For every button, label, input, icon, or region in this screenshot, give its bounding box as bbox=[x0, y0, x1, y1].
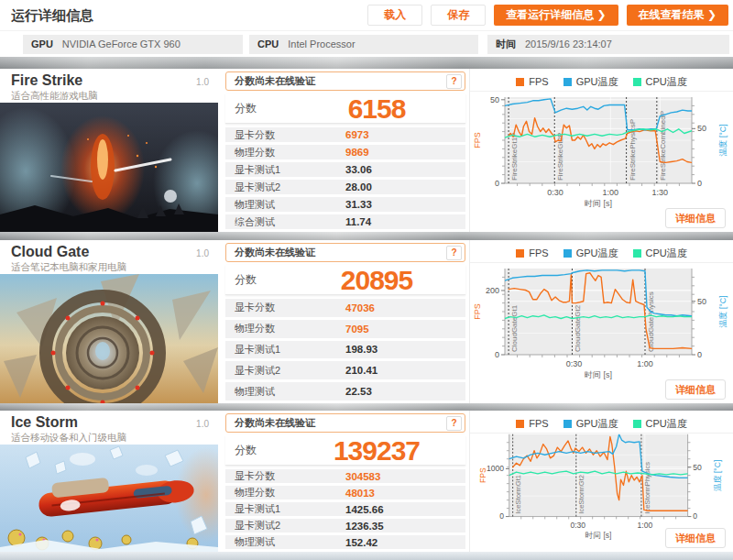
svg-text:温度 [°C]: 温度 [°C] bbox=[718, 124, 728, 157]
legend-label: CPU温度 bbox=[646, 75, 687, 89]
score-row: 物理分数9869 bbox=[225, 145, 465, 159]
cpu-temp-swatch-icon bbox=[633, 420, 641, 428]
view-run-details-button[interactable]: 查看运行详细信息 ❯ bbox=[494, 5, 618, 26]
help-button[interactable]: ? bbox=[446, 416, 462, 431]
svg-text:FireStrikeCombinedP: FireStrikeCombinedP bbox=[659, 111, 667, 181]
view-results-online-button[interactable]: 在线查看结果 ❯ bbox=[627, 5, 728, 26]
svg-text:50: 50 bbox=[697, 124, 706, 133]
score-panel: 分数尚未在线验证 ? 分数 6158 显卡分数6973物理分数9869显卡测试1… bbox=[225, 71, 465, 229]
svg-text:时间 [s]: 时间 [s] bbox=[585, 531, 612, 540]
time-label: 时间 bbox=[496, 38, 516, 49]
validation-banner: 分数尚未在线验证 ? bbox=[225, 413, 465, 433]
score-row-label: 综合测试 bbox=[235, 215, 345, 229]
score-row-value: 198.93 bbox=[345, 344, 465, 355]
chart-legend: FPS GPU温度 CPU温度 bbox=[470, 72, 733, 92]
svg-text:FireStrikeGt1P: FireStrikeGt1P bbox=[510, 133, 519, 181]
score-label: 分数 bbox=[235, 101, 288, 116]
svg-text:1:00: 1:00 bbox=[637, 359, 653, 368]
details-button[interactable]: 详细信息 bbox=[665, 379, 726, 400]
score-row: 显卡分数304583 bbox=[225, 469, 465, 483]
benchmark-info-column: 1.0 Ice Storm 适合移动设备和入门级电脑 bbox=[0, 411, 218, 552]
svg-text:0: 0 bbox=[697, 179, 702, 188]
time-value: 2015/9/16 23:14:07 bbox=[525, 38, 612, 49]
help-button[interactable]: ? bbox=[446, 74, 462, 89]
score-row: 物理分数7095 bbox=[225, 320, 465, 338]
legend-item-fps: FPS bbox=[516, 418, 548, 429]
legend-item-fps: FPS bbox=[516, 247, 548, 258]
score-row-value: 210.41 bbox=[345, 365, 465, 376]
benchmark-card-fire-strike: 1.0 Fire Strike 适合高性能游戏电脑 bbox=[0, 69, 733, 232]
time-field: 时间2015/9/16 23:14:07 bbox=[487, 35, 729, 54]
benchmark-info-column: 1.0 Fire Strike 适合高性能游戏电脑 bbox=[0, 69, 218, 232]
svg-text:0: 0 bbox=[693, 511, 697, 521]
score-row: 物理分数48013 bbox=[225, 486, 465, 500]
benchmark-subtitle: 适合移动设备和入门级电脑 bbox=[11, 432, 209, 445]
score-row-label: 显卡测试1 bbox=[235, 502, 345, 516]
svg-text:CloudGateGt1: CloudGateGt1 bbox=[510, 304, 519, 352]
total-score-value: 20895 bbox=[288, 265, 465, 295]
header-bar: 运行详细信息 载入 保存 查看运行详细信息 ❯ 在线查看结果 ❯ bbox=[0, 0, 733, 30]
benchmark-name: Fire Strike bbox=[11, 72, 209, 89]
score-row-value: 31.33 bbox=[345, 199, 465, 210]
validation-text: 分数尚未在线验证 bbox=[235, 246, 446, 259]
load-button[interactable]: 载入 bbox=[367, 5, 422, 26]
svg-text:0: 0 bbox=[697, 350, 702, 359]
svg-text:FPS: FPS bbox=[473, 303, 482, 320]
gpu-field: GPUNVIDIA GeForce GTX 960 bbox=[23, 35, 243, 54]
fps-temperature-chart: 20005000:301:00时间 [s]FPS温度 [°C]CloudGate… bbox=[472, 264, 732, 387]
gpu-temp-swatch-icon bbox=[563, 420, 572, 428]
score-row-value: 28.00 bbox=[345, 181, 465, 192]
chart-panel: FPS GPU温度 CPU温度 5005000:301:001:30时间 [s]… bbox=[469, 69, 733, 232]
cpu-label: CPU bbox=[257, 38, 279, 49]
score-row-value: 1425.66 bbox=[345, 504, 465, 515]
score-row-value: 152.42 bbox=[345, 537, 465, 548]
score-row-label: 显卡测试1 bbox=[235, 343, 345, 357]
svg-text:0:30: 0:30 bbox=[566, 359, 583, 368]
total-score-row: 分数 6158 bbox=[225, 93, 465, 124]
score-row: 综合测试11.74 bbox=[225, 214, 465, 229]
benchmark-version: 1.0 bbox=[196, 419, 209, 429]
score-row-value: 304583 bbox=[345, 471, 465, 482]
background-photo-strip bbox=[0, 57, 733, 69]
benchmark-version: 1.0 bbox=[196, 248, 209, 258]
details-button[interactable]: 详细信息 bbox=[665, 208, 726, 228]
legend-label: GPU温度 bbox=[576, 247, 618, 260]
legend-item-gpu-temp: GPU温度 bbox=[563, 417, 618, 431]
legend-label: FPS bbox=[529, 247, 548, 258]
benchmark-title-block: 1.0 Fire Strike 适合高性能游戏电脑 bbox=[0, 69, 218, 103]
svg-text:1:30: 1:30 bbox=[652, 188, 669, 197]
svg-text:200: 200 bbox=[486, 286, 499, 295]
total-score-row: 分数 20895 bbox=[225, 265, 465, 295]
details-button[interactable]: 详细信息 bbox=[665, 528, 726, 548]
total-score-value: 139237 bbox=[288, 435, 465, 466]
fps-swatch-icon bbox=[516, 78, 524, 86]
benchmark-title-block: 1.0 Ice Storm 适合移动设备和入门级电脑 bbox=[0, 411, 218, 445]
total-score-value: 6158 bbox=[288, 93, 465, 124]
svg-text:50: 50 bbox=[490, 95, 499, 104]
page-title: 运行详细信息 bbox=[11, 0, 93, 30]
help-button[interactable]: ? bbox=[446, 246, 462, 260]
benchmark-card-ice-storm: 1.0 Ice Storm 适合移动设备和入门级电脑 bbox=[0, 411, 733, 552]
score-row: 显卡测试228.00 bbox=[225, 180, 465, 194]
page-bottom-strip bbox=[0, 552, 733, 560]
cloud-gate-image bbox=[0, 274, 218, 403]
score-row-value: 9869 bbox=[345, 147, 465, 158]
svg-text:时间 [s]: 时间 [s] bbox=[585, 370, 612, 379]
legend-label: FPS bbox=[529, 76, 548, 87]
total-score-row: 分数 139237 bbox=[225, 435, 465, 466]
score-row-value: 33.06 bbox=[345, 164, 465, 175]
svg-text:0: 0 bbox=[495, 350, 499, 359]
score-row-label: 物理分数 bbox=[235, 486, 345, 500]
score-row: 显卡测试1198.93 bbox=[225, 341, 465, 359]
score-rows: 显卡分数6973物理分数9869显卡测试133.06显卡测试228.00物理测试… bbox=[225, 127, 465, 229]
score-row-value: 11.74 bbox=[345, 216, 465, 227]
legend-label: FPS bbox=[529, 418, 548, 429]
svg-text:0:30: 0:30 bbox=[547, 188, 563, 197]
save-button[interactable]: 保存 bbox=[431, 5, 486, 26]
score-label: 分数 bbox=[235, 272, 288, 288]
svg-text:0: 0 bbox=[499, 511, 504, 521]
validation-text: 分数尚未在线验证 bbox=[235, 416, 446, 430]
chart-panel: FPS GPU温度 CPU温度 100005000:301:00时间 [s]FP… bbox=[469, 411, 733, 552]
benchmark-title-block: 1.0 Cloud Gate 适合笔记本电脑和家用电脑 bbox=[0, 240, 218, 274]
svg-text:FPS: FPS bbox=[473, 132, 482, 148]
